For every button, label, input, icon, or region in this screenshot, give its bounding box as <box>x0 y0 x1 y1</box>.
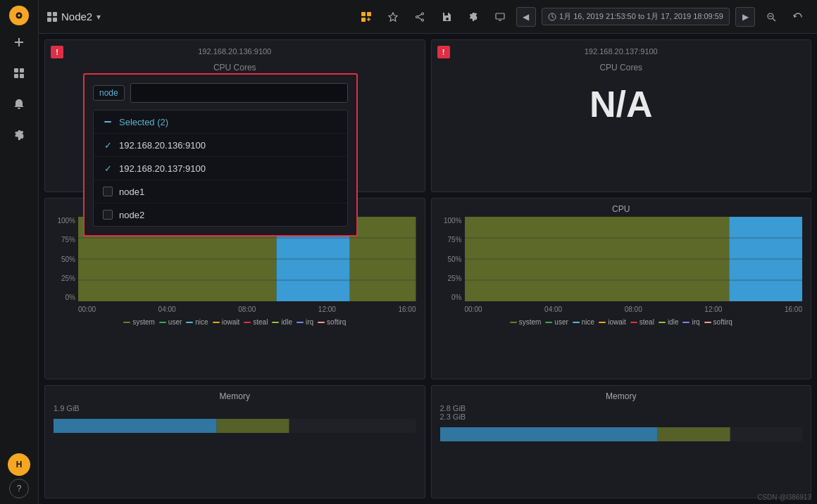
dropdown-item-node1[interactable]: node1 <box>94 180 347 203</box>
clock-icon <box>548 13 556 21</box>
legend-iowait-right: iowait <box>599 318 626 326</box>
time-back-button[interactable]: ◀ <box>516 7 536 27</box>
memory-label1-left: 1.9 GiB <box>54 404 416 412</box>
cpu-cores-panel-right: ! 192.168.20.137:9100 CPU Cores N/A <box>431 39 812 192</box>
cpu-yaxis-left: 100% 75% 50% 25% 0% <box>54 217 78 301</box>
dropdown-item-label-ip2: 192.168.20.137:9100 <box>119 163 206 174</box>
cpu-chart-area-right <box>465 217 803 301</box>
dashboard-grid: ! 192.168.20.136:9100 CPU Cores N/A ! 19… <box>39 34 817 504</box>
svg-point-16 <box>421 19 423 21</box>
sidebar-item-alerts[interactable] <box>5 90 33 118</box>
cpu-chart-svg-right <box>465 217 803 301</box>
svg-point-15 <box>421 13 423 15</box>
zoom-out-button[interactable] <box>761 7 782 27</box>
legend-softirq-left: softirq <box>318 318 346 326</box>
checkbox-node2 <box>102 209 113 220</box>
time-range-display[interactable]: 1月 16, 2019 21:53:50 to 1月 17, 2019 18:0… <box>542 8 730 25</box>
legend-system-right: system <box>510 318 542 326</box>
svg-point-17 <box>416 15 418 18</box>
legend-irq-left: irq <box>297 318 313 326</box>
legend-softirq-right: softirq <box>704 318 732 326</box>
legend-iowait-left: iowait <box>213 318 240 326</box>
main-content: Node2 ▾ <box>39 0 817 504</box>
cpu-chart-right: 100% 75% 50% 25% 0% 00:00 <box>440 217 803 315</box>
tv-mode-button[interactable] <box>489 7 511 27</box>
svg-rect-38 <box>54 419 217 433</box>
svg-rect-41 <box>440 427 658 441</box>
memory-panel-right: Memory 2.8 GiB 2.3 GiB <box>431 385 812 498</box>
zoom-icon <box>766 12 776 22</box>
dropdown-header: node <box>93 83 348 103</box>
svg-rect-13 <box>361 18 366 22</box>
legend-user-right: user <box>545 318 568 326</box>
svg-line-18 <box>418 14 421 16</box>
svg-rect-7 <box>47 12 51 16</box>
alert-badge-left: ! <box>51 46 63 58</box>
settings-button[interactable] <box>463 7 484 27</box>
svg-marker-14 <box>389 13 397 21</box>
dropdown-item-label-node1: node1 <box>119 187 144 197</box>
legend-irq-right: irq <box>682 318 699 326</box>
refresh-button[interactable] <box>787 7 809 27</box>
memory-svg-right <box>440 424 803 445</box>
svg-rect-8 <box>53 12 57 16</box>
sidebar-item-settings[interactable] <box>5 121 33 149</box>
svg-rect-6 <box>20 74 24 78</box>
cpu-chart-title-right: CPU <box>440 204 803 214</box>
legend-idle-left: idle <box>272 318 292 326</box>
legend-nice-right: nice <box>573 318 594 326</box>
add-panel-button[interactable] <box>356 7 377 27</box>
watermark: CSDN @l386913 <box>757 493 811 501</box>
legend-steal-right: steal <box>630 318 654 326</box>
check-icon-ip1: ✓ <box>102 139 113 151</box>
svg-line-19 <box>418 17 421 19</box>
dropdown-item-ip1[interactable]: ✓ 192.168.20.136:9100 <box>94 134 347 157</box>
legend-nice-left: nice <box>186 318 208 326</box>
memory-svg-left <box>54 415 416 436</box>
cpu-legend-right: system user nice iowait steal idle irq s… <box>440 318 803 326</box>
svg-rect-5 <box>14 74 18 78</box>
selected-dash-icon <box>102 116 113 127</box>
time-forward-button[interactable]: ▶ <box>735 7 755 27</box>
share-button[interactable] <box>409 7 430 27</box>
svg-rect-4 <box>20 68 24 73</box>
dropdown-search-input[interactable] <box>130 83 348 103</box>
svg-rect-11 <box>361 12 366 16</box>
sidebar-item-user[interactable]: H <box>8 453 30 476</box>
sidebar-item-dashboard[interactable] <box>5 59 33 87</box>
memory-label1-right: 2.8 GiB <box>440 404 803 412</box>
cpu-cores-value-right: N/A <box>440 73 803 136</box>
topbar: Node2 ▾ <box>39 0 817 34</box>
svg-rect-10 <box>53 18 57 22</box>
grid-icon <box>47 12 57 22</box>
dropdown-item-node2[interactable]: node2 <box>94 203 347 226</box>
share-icon <box>415 12 425 22</box>
memory-panel-left: Memory 1.9 GiB <box>44 385 425 498</box>
dropdown-arrow-icon[interactable]: ▾ <box>96 12 101 22</box>
memory-title-right: Memory <box>440 391 803 401</box>
refresh-icon <box>793 12 803 22</box>
dashboard-title: Node2 <box>61 11 92 23</box>
dropdown-menu: Selected (2) ✓ 192.168.20.136:9100 ✓ 192… <box>93 110 348 227</box>
star-button[interactable] <box>382 7 404 27</box>
svg-point-2 <box>18 14 20 17</box>
cpu-yaxis-right: 100% 75% 50% 25% 0% <box>440 217 465 301</box>
legend-user-left: user <box>159 318 182 326</box>
memory-label2-right: 2.3 GiB <box>440 412 803 421</box>
memory-bar-right <box>440 424 803 445</box>
save-button[interactable] <box>436 7 457 27</box>
dropdown-selected-header[interactable]: Selected (2) <box>94 111 347 134</box>
dropdown-label: node <box>93 85 125 101</box>
svg-rect-39 <box>217 419 289 433</box>
grafana-logo[interactable] <box>9 6 29 25</box>
sidebar-item-add[interactable] <box>5 28 33 56</box>
node-label-left: 192.168.20.136:9100 <box>198 47 271 56</box>
sidebar-item-help[interactable]: ? <box>9 479 29 498</box>
memory-title-left: Memory <box>54 391 416 401</box>
checkbox-node1 <box>102 186 113 197</box>
cpu-xaxis-right: 00:00 04:00 08:00 12:00 16:00 <box>465 303 803 315</box>
legend-system-left: system <box>123 318 155 326</box>
cpu-cores-label-right: CPU Cores <box>440 63 803 73</box>
dropdown-item-ip2[interactable]: ✓ 192.168.20.137:9100 <box>94 157 347 180</box>
svg-rect-20 <box>496 13 504 19</box>
